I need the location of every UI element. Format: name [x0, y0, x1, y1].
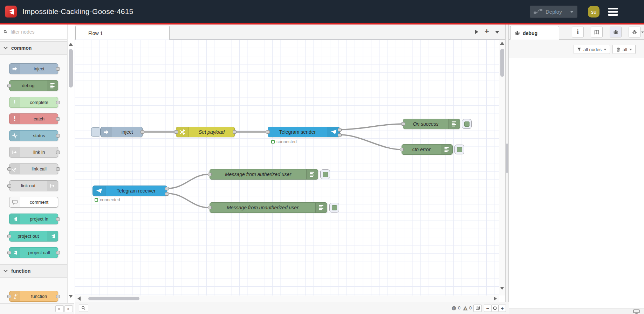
debug-message-list[interactable]: [509, 58, 644, 308]
output-port-1[interactable]: [165, 187, 169, 190]
flow-node-message-authorized[interactable]: Message from autherized user: [210, 169, 318, 180]
output-port[interactable]: [56, 167, 60, 171]
palette-node-link-out[interactable]: link out: [9, 180, 58, 191]
flow-node-on-success[interactable]: On success: [403, 119, 460, 129]
output-port[interactable]: [56, 134, 60, 138]
sidebar-tabs-caret-icon[interactable]: [641, 32, 644, 33]
input-port[interactable]: [7, 184, 11, 188]
flow-node-message-unauthorized[interactable]: Message from unautherized user: [210, 202, 327, 213]
search-flows-button[interactable]: [79, 305, 88, 312]
flow-node-telegram-sender[interactable]: Telegram sender: [268, 127, 340, 137]
scroll-left-icon[interactable]: [77, 296, 81, 301]
palette-node-link-in[interactable]: link in: [9, 147, 58, 158]
help-tab-button[interactable]: [591, 27, 603, 37]
next-tab-icon[interactable]: [475, 30, 478, 34]
add-flow-button[interactable]: +: [485, 27, 489, 36]
input-port[interactable]: [7, 295, 11, 298]
debug-toggle-button[interactable]: [454, 145, 464, 154]
tab-flow-1[interactable]: Flow 1: [75, 26, 170, 40]
input-port[interactable]: [208, 173, 212, 176]
sidebar-splitter[interactable]: [505, 25, 509, 302]
palette-node-status[interactable]: status: [9, 130, 58, 141]
output-port[interactable]: [56, 217, 60, 221]
canvas-vertical-scrollbar[interactable]: [499, 40, 505, 295]
output-port[interactable]: [141, 130, 144, 134]
output-port[interactable]: [56, 251, 60, 254]
output-port-1[interactable]: [338, 128, 342, 132]
palette-filter-input[interactable]: [10, 29, 62, 35]
scrollbar-thumb[interactable]: [500, 49, 504, 77]
palette-section-function[interactable]: function: [0, 264, 67, 278]
input-port[interactable]: [7, 84, 11, 88]
input-port[interactable]: [7, 251, 11, 254]
navigator-toggle-button[interactable]: [473, 305, 482, 312]
zoom-reset-button[interactable]: [491, 305, 499, 312]
scroll-down-icon[interactable]: [69, 295, 73, 298]
output-port-2[interactable]: [338, 133, 342, 137]
output-port[interactable]: [56, 67, 60, 71]
zoom-out-button[interactable]: −: [484, 305, 491, 312]
scroll-up-icon[interactable]: [500, 42, 504, 45]
wire[interactable]: [168, 174, 208, 188]
palette-node-project-in[interactable]: project in: [9, 214, 58, 224]
flow-node-on-error[interactable]: On error: [402, 144, 453, 155]
palette-node-comment[interactable]: comment: [9, 197, 58, 208]
palette-node-link-call[interactable]: link call: [9, 163, 58, 174]
output-port[interactable]: [233, 130, 237, 134]
scroll-down-icon[interactable]: [500, 287, 504, 290]
palette-node-function[interactable]: f function: [9, 291, 58, 302]
deploy-options-caret-icon[interactable]: [570, 11, 574, 13]
palette-node-complete[interactable]: ! complete: [9, 97, 58, 108]
debug-toggle-button[interactable]: [462, 119, 472, 129]
scrollbar-thumb[interactable]: [88, 297, 139, 300]
debug-tab-button[interactable]: [610, 27, 622, 37]
input-port[interactable]: [400, 148, 404, 151]
deploy-button[interactable]: Deploy: [530, 6, 577, 18]
scroll-right-icon[interactable]: [494, 296, 497, 301]
palette-node-catch[interactable]: ! catch: [9, 113, 58, 124]
open-in-window-button[interactable]: [633, 309, 640, 314]
canvas-horizontal-scrollbar[interactable]: [75, 295, 499, 302]
input-port[interactable]: [7, 235, 11, 238]
debug-clear-button[interactable]: all: [612, 45, 636, 54]
input-port[interactable]: [266, 130, 270, 134]
palette-section-common[interactable]: common: [0, 41, 67, 55]
inject-trigger-button[interactable]: [91, 127, 101, 137]
expand-all-button[interactable]: »: [64, 305, 73, 312]
flow-node-inject[interactable]: inject: [101, 127, 143, 137]
input-port[interactable]: [7, 167, 11, 171]
palette-search[interactable]: [0, 25, 74, 40]
flow-node-telegram-receiver[interactable]: Telegram receiver: [93, 186, 167, 196]
flow-list-icon[interactable]: [495, 31, 499, 34]
output-port[interactable]: [56, 295, 60, 298]
palette-node-project-out[interactable]: project out: [9, 231, 58, 242]
output-port[interactable]: [56, 101, 60, 104]
main-menu-button[interactable]: [608, 8, 618, 17]
input-port[interactable]: [208, 206, 212, 209]
palette-node-debug[interactable]: debug: [9, 80, 58, 91]
debug-toggle-button[interactable]: [320, 169, 330, 179]
tab-debug[interactable]: debug: [510, 26, 559, 40]
scroll-up-icon[interactable]: [69, 43, 73, 46]
debug-toggle-button[interactable]: [329, 203, 339, 212]
wire[interactable]: [168, 194, 208, 208]
config-tab-button[interactable]: [629, 27, 640, 37]
wire[interactable]: [341, 135, 400, 149]
debug-filter-button[interactable]: all nodes: [574, 45, 610, 54]
scrollbar-thumb[interactable]: [69, 49, 73, 88]
info-tab-button[interactable]: i: [572, 27, 584, 37]
collapse-all-button[interactable]: «: [55, 305, 64, 312]
palette-scrollbar[interactable]: [67, 25, 74, 303]
palette-node-inject[interactable]: inject: [9, 63, 58, 74]
output-port-2[interactable]: [165, 192, 169, 196]
zoom-in-button[interactable]: +: [499, 305, 506, 312]
input-port[interactable]: [174, 130, 178, 134]
flow-canvas[interactable]: inject Set payload Telegram sender conne…: [75, 40, 499, 295]
palette-node-project-call[interactable]: project call: [9, 247, 58, 258]
output-port[interactable]: [56, 117, 60, 121]
splitter-handle[interactable]: [506, 144, 508, 173]
input-port[interactable]: [401, 122, 405, 126]
output-port[interactable]: [56, 151, 60, 154]
wire[interactable]: [341, 124, 402, 130]
flow-node-set-payload[interactable]: Set payload: [176, 127, 235, 137]
